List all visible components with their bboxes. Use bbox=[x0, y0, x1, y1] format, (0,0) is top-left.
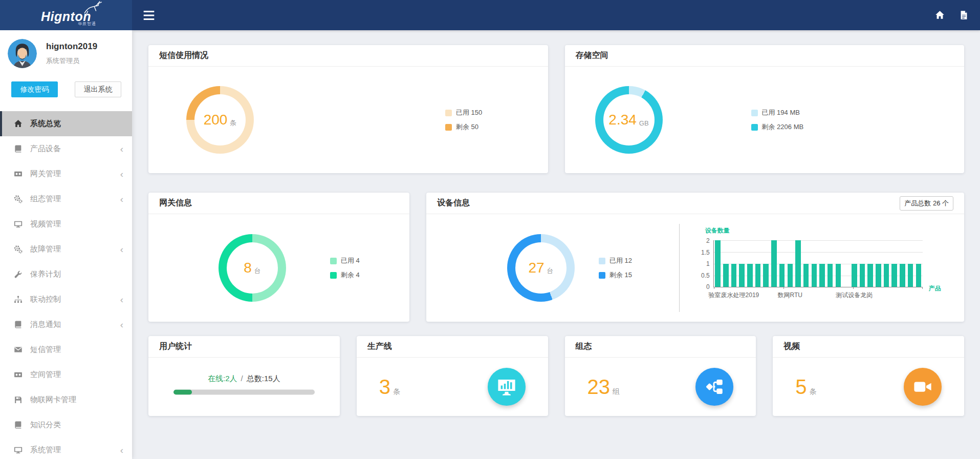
monitor-icon bbox=[14, 220, 23, 228]
sidebar-item-gateway-management[interactable]: 网关管理 ‹ bbox=[0, 161, 132, 186]
logout-button[interactable]: 退出系统 bbox=[75, 81, 121, 97]
vertical-divider bbox=[679, 224, 680, 312]
production-line-card: 生产线 3条 bbox=[357, 336, 548, 416]
chart-x-tick-label: 验室废水处理2019 bbox=[709, 291, 759, 300]
top-bar: Hignton 华辰智通 bbox=[0, 0, 980, 30]
change-password-button[interactable]: 修改密码 bbox=[11, 81, 58, 97]
flowchart-icon bbox=[704, 376, 725, 398]
legend-item[interactable]: 剩余 15 bbox=[599, 270, 632, 280]
bar bbox=[836, 264, 841, 287]
bar bbox=[852, 264, 857, 287]
username: hignton2019 bbox=[46, 41, 97, 52]
sitemap-icon bbox=[14, 295, 23, 304]
scada-card: 组态 23组 bbox=[565, 336, 756, 416]
chevron-left-icon: ‹ bbox=[120, 144, 123, 154]
legend-item[interactable]: 剩余 4 bbox=[330, 270, 360, 280]
brand-logo: Hignton 华辰智通 bbox=[0, 0, 132, 30]
bar bbox=[755, 264, 761, 287]
book-icon bbox=[14, 320, 23, 329]
video-icon-circle[interactable] bbox=[904, 368, 942, 406]
device-donut: 27台 bbox=[507, 234, 575, 302]
sidebar-item-maintenance-plan[interactable]: 保养计划 bbox=[0, 262, 132, 287]
bar bbox=[891, 264, 897, 287]
storage-card: 存储空间 2.34GB 已用 194 MB 剩余 2206 MB bbox=[565, 45, 965, 173]
sidebar-item-message-notification[interactable]: 消息通知 ‹ bbox=[0, 312, 132, 337]
production-line-icon[interactable] bbox=[488, 368, 526, 406]
chevron-left-icon: ‹ bbox=[120, 169, 123, 179]
antelope-logo-icon bbox=[81, 1, 104, 14]
progress-fill bbox=[173, 390, 192, 395]
home-icon bbox=[14, 119, 23, 128]
bar bbox=[771, 240, 777, 287]
user-stats-card: 用户统计 在线:2人/总数:15人 bbox=[148, 336, 340, 416]
card-title: 生产线 bbox=[367, 341, 392, 352]
bar bbox=[788, 264, 793, 287]
card-title: 设备信息 bbox=[437, 198, 470, 208]
sms-legend: 已用 150 剩余 50 bbox=[445, 108, 482, 132]
bar bbox=[731, 264, 737, 287]
bar bbox=[779, 264, 785, 287]
legend-item[interactable]: 已用 4 bbox=[330, 256, 360, 265]
chart-x-axis-title: 产品 bbox=[929, 284, 941, 293]
chart-x-tick-label: 测试设备龙岗 bbox=[836, 291, 873, 300]
bar bbox=[860, 264, 865, 287]
sidebar: hignton2019 系统管理员 修改密码 退出系统 系统总览 产品设备 ‹ … bbox=[0, 30, 132, 459]
scada-count: 23 bbox=[587, 375, 611, 399]
user-role: 系统管理员 bbox=[46, 56, 79, 66]
sidebar-item-system-overview[interactable]: 系统总览 bbox=[0, 111, 132, 136]
card-title: 组态 bbox=[576, 341, 592, 352]
chevron-left-icon: ‹ bbox=[120, 320, 123, 329]
legend-item[interactable]: 已用 12 bbox=[599, 256, 632, 265]
legend-item[interactable]: 剩余 50 bbox=[445, 122, 482, 132]
card-title: 存储空间 bbox=[576, 50, 608, 61]
legend-item[interactable]: 已用 194 MB bbox=[751, 108, 804, 117]
legend-item[interactable]: 剩余 2206 MB bbox=[751, 122, 804, 132]
product-total-badge[interactable]: 产品总数 26 个 bbox=[900, 196, 953, 211]
bar bbox=[723, 264, 729, 287]
bar bbox=[812, 264, 817, 287]
home-icon[interactable] bbox=[935, 10, 945, 20]
bar bbox=[763, 264, 769, 287]
gateway-icon bbox=[14, 370, 23, 379]
sidebar-item-space-management[interactable]: 空间管理 bbox=[0, 362, 132, 387]
chevron-left-icon: ‹ bbox=[120, 194, 123, 204]
bar bbox=[747, 264, 753, 287]
sidebar-item-linkage-control[interactable]: 联动控制 ‹ bbox=[0, 287, 132, 312]
user-panel: hignton2019 系统管理员 修改密码 退出系统 bbox=[0, 30, 132, 109]
monitor-icon bbox=[14, 446, 23, 454]
top-nav bbox=[132, 0, 980, 30]
main-content: 短信使用情况 200条 已用 150 剩余 50 存储空间 2.34GB bbox=[132, 30, 980, 459]
device-count-bar-chart: 设备数量 2 1.5 1 0.5 0 bbox=[698, 222, 951, 316]
bar bbox=[876, 264, 881, 287]
bar bbox=[739, 264, 745, 287]
chart-plot-area: 验室废水处理2019 数网RTU 测试设备龙岗 bbox=[713, 240, 923, 287]
chart-y-axis-title: 设备数量 bbox=[705, 226, 951, 235]
menu-toggle-icon[interactable] bbox=[143, 11, 155, 20]
video-camera-icon bbox=[912, 376, 933, 398]
sms-usage-donut: 200条 bbox=[186, 86, 254, 154]
card-title: 视频 bbox=[783, 341, 800, 352]
sidebar-item-scada-management[interactable]: 组态管理 ‹ bbox=[0, 186, 132, 212]
chevron-left-icon: ‹ bbox=[120, 295, 123, 304]
bar bbox=[908, 264, 913, 287]
device-info-card: 设备信息 产品总数 26 个 27台 已用 12 剩余 15 设备数量 bbox=[426, 193, 964, 322]
card-title: 短信使用情况 bbox=[159, 50, 208, 61]
sidebar-item-knowledge-category[interactable]: 知识分类 bbox=[0, 412, 132, 437]
sidebar-item-iot-card-management[interactable]: 物联网卡管理 bbox=[0, 387, 132, 412]
avatar[interactable] bbox=[8, 39, 37, 68]
document-icon[interactable] bbox=[959, 10, 969, 20]
wrench-icon bbox=[14, 270, 23, 279]
legend-item[interactable]: 已用 150 bbox=[445, 108, 482, 117]
sidebar-item-sms-management[interactable]: 短信管理 bbox=[0, 337, 132, 362]
bar bbox=[900, 264, 905, 287]
scada-icon[interactable] bbox=[695, 368, 733, 406]
sidebar-item-product-devices[interactable]: 产品设备 ‹ bbox=[0, 136, 132, 161]
sidebar-item-video-management[interactable]: 视频管理 bbox=[0, 212, 132, 237]
online-users-progressbar bbox=[173, 390, 315, 395]
online-users-label: 在线:2人/总数:15人 bbox=[173, 374, 315, 384]
monitor-chart-icon bbox=[496, 376, 517, 398]
sidebar-item-fault-management[interactable]: 故障管理 ‹ bbox=[0, 237, 132, 262]
sidebar-item-system-management[interactable]: 系统管理 ‹ bbox=[0, 437, 132, 459]
envelope-icon bbox=[14, 345, 23, 354]
sidebar-menu: 系统总览 产品设备 ‹ 网关管理 ‹ 组态管理 ‹ 视频管理 bbox=[0, 111, 132, 459]
